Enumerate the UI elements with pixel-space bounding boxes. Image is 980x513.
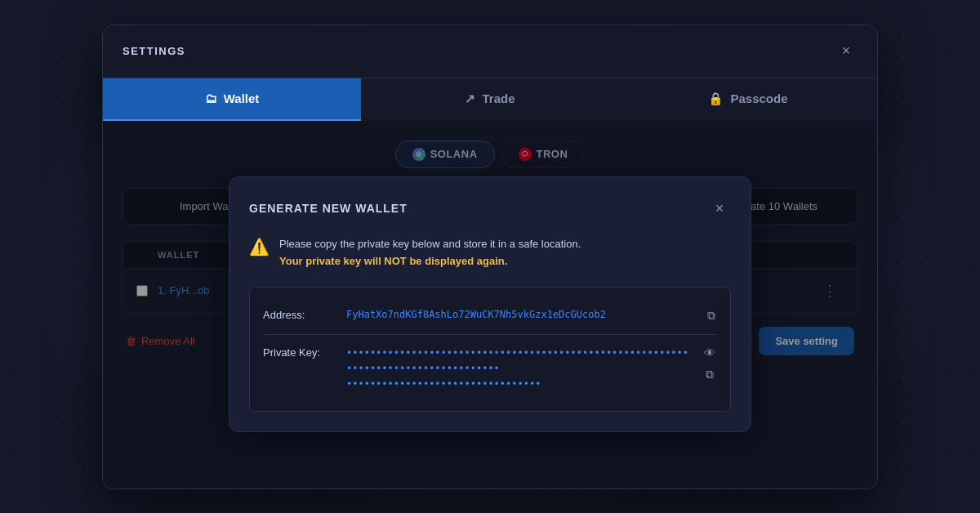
tab-trade[interactable]: ↗ Trade xyxy=(361,78,619,121)
tab-wallet[interactable]: 🗂 Wallet xyxy=(103,78,361,121)
private-key-dots-2: ••••••••••••••••••••••••••••••••• xyxy=(346,378,541,390)
address-value: FyHatXo7ndKGf8AshLo72WuCK7Nh5vkGzx1eDcGU… xyxy=(346,307,696,322)
content-area: ◎ SOLANA ⬡ TRON Import Wallet Generate N… xyxy=(103,121,877,488)
settings-close-button[interactable]: × xyxy=(835,40,858,63)
modal-overlay: GENERATE NEW WALLET × ⚠️ Please copy the… xyxy=(103,121,877,488)
private-key-dots-1: ••••••••••••••••••••••••••••••••••••••••… xyxy=(346,347,688,374)
tabs-row: 🗂 Wallet ↗ Trade 🔒 Passcode xyxy=(103,78,877,121)
modal-title: GENERATE NEW WALLET xyxy=(249,202,408,215)
address-label: Address: xyxy=(263,307,336,321)
modal-close-button[interactable]: × xyxy=(708,197,731,220)
settings-header: SETTINGS × xyxy=(103,25,877,78)
address-actions: ⧉ xyxy=(706,307,717,324)
modal-header: GENERATE NEW WALLET × xyxy=(249,197,731,220)
private-key-label: Private Key: xyxy=(263,345,336,359)
lock-icon: 🔒 xyxy=(708,91,724,106)
key-info-box: Address: FyHatXo7ndKGf8AshLo72WuCK7Nh5vk… xyxy=(249,287,731,412)
settings-modal: SETTINGS × 🗂 Wallet ↗ Trade 🔒 Passcode ◎… xyxy=(102,25,878,489)
generate-wallet-modal: GENERATE NEW WALLET × ⚠️ Please copy the… xyxy=(229,176,751,432)
address-row: Address: FyHatXo7ndKGf8AshLo72WuCK7Nh5vk… xyxy=(263,301,717,331)
private-key-row: Private Key: •••••••••••••••••••••••••••… xyxy=(263,334,717,398)
settings-title: SETTINGS xyxy=(122,45,185,57)
private-key-value-container: ••••••••••••••••••••••••••••••••••••••••… xyxy=(346,345,693,391)
toggle-visibility-button[interactable]: 👁 xyxy=(702,345,717,361)
private-key-actions: 👁 ⧉ xyxy=(702,345,717,383)
copy-address-button[interactable]: ⧉ xyxy=(706,307,717,324)
wallet-icon: 🗂 xyxy=(205,91,217,105)
warning-icon: ⚠️ xyxy=(249,237,270,256)
tab-passcode[interactable]: 🔒 Passcode xyxy=(619,78,877,121)
warning-box: ⚠️ Please copy the private key below and… xyxy=(249,236,731,270)
trade-icon: ↗ xyxy=(465,91,475,106)
copy-private-key-button[interactable]: ⧉ xyxy=(704,366,715,383)
warning-text: Please copy the private key below and st… xyxy=(279,236,581,270)
